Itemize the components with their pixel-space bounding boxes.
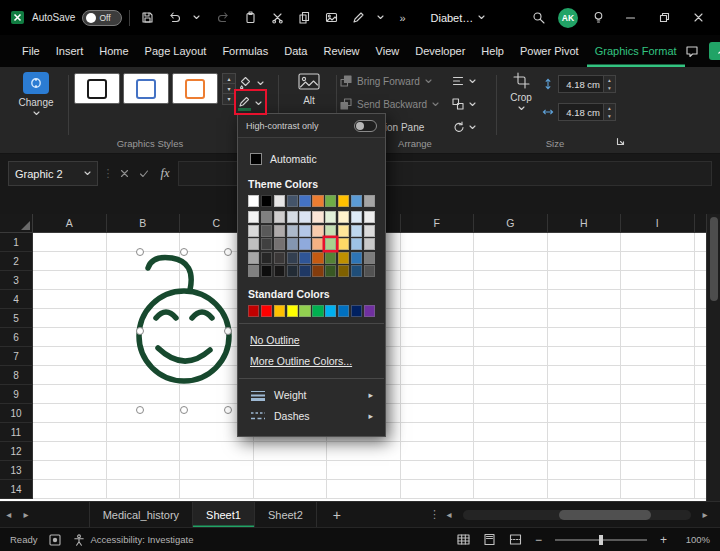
alt-text-button[interactable]: Alt <box>288 72 330 106</box>
normal-view-icon[interactable] <box>457 533 470 546</box>
cell[interactable] <box>548 385 622 404</box>
cancel-button[interactable] <box>116 161 132 186</box>
sheet-tab-medical_history[interactable]: Medical_history <box>89 502 193 528</box>
insert-function-button[interactable]: fx <box>156 161 174 186</box>
height-down-icon[interactable]: ▾ <box>604 84 615 92</box>
cell[interactable] <box>548 328 622 347</box>
cell[interactable] <box>548 309 622 328</box>
column-header-b[interactable]: B <box>107 214 181 233</box>
row-header-10[interactable]: 10 <box>0 404 33 423</box>
shape-width-field[interactable]: ▴▾ <box>558 103 616 121</box>
cell[interactable] <box>254 442 328 461</box>
zoom-out-icon[interactable]: − <box>535 533 542 547</box>
picture-icon[interactable] <box>321 5 341 31</box>
page-layout-view-icon[interactable] <box>483 533 496 546</box>
smiley-graphic[interactable] <box>139 257 229 381</box>
avatar[interactable]: AK <box>558 8 578 28</box>
cell[interactable] <box>548 271 622 290</box>
close-button[interactable] <box>686 5 710 31</box>
vertical-scrollbar[interactable] <box>706 214 720 501</box>
color-swatch[interactable] <box>312 211 323 223</box>
color-swatch[interactable] <box>312 265 323 277</box>
cell[interactable] <box>695 366 707 385</box>
color-swatch[interactable] <box>338 211 349 223</box>
column-header-i[interactable]: I <box>621 214 695 233</box>
cell[interactable] <box>401 290 475 309</box>
align-button[interactable] <box>452 75 476 87</box>
sheet-tab-sheet2[interactable]: Sheet2 <box>255 502 317 528</box>
color-swatch[interactable] <box>325 211 336 223</box>
horizontal-scrollbar[interactable] <box>463 510 691 520</box>
color-swatch[interactable] <box>261 305 272 317</box>
selection-handle[interactable] <box>181 249 188 256</box>
cell[interactable] <box>474 404 548 423</box>
group-objects-button[interactable] <box>452 98 476 110</box>
cell[interactable] <box>33 252 107 271</box>
menu-item-weight[interactable]: Weight ▸ <box>238 385 385 406</box>
sheet-options-icon[interactable]: ⋮ <box>429 508 440 521</box>
cell[interactable] <box>401 442 475 461</box>
draw-pen-icon[interactable] <box>348 5 368 31</box>
color-swatch[interactable] <box>312 195 323 207</box>
cell[interactable] <box>548 233 622 252</box>
cell[interactable] <box>33 309 107 328</box>
ribbon-tab-help[interactable]: Help <box>473 35 512 67</box>
bring-forward-button[interactable]: Bring Forward <box>340 75 432 87</box>
cell[interactable] <box>401 461 475 480</box>
cell[interactable] <box>621 461 695 480</box>
rotate-button[interactable] <box>452 121 476 133</box>
row-header-7[interactable]: 7 <box>0 347 33 366</box>
share-button[interactable] <box>709 42 720 60</box>
cell[interactable] <box>548 366 622 385</box>
selection-handle[interactable] <box>181 407 188 414</box>
high-contrast-toggle[interactable] <box>354 120 377 132</box>
width-up-icon[interactable]: ▴ <box>604 104 615 112</box>
cell[interactable] <box>474 461 548 480</box>
gallery-more-icon[interactable]: ▾ <box>222 94 236 105</box>
vertical-scrollbar-thumb[interactable] <box>710 217 718 301</box>
menu-item-dashes[interactable]: Dashes ▸ <box>238 406 385 427</box>
color-swatch[interactable] <box>248 195 259 207</box>
color-swatch[interactable] <box>287 252 298 264</box>
undo-button[interactable] <box>164 5 184 31</box>
color-swatch[interactable] <box>248 225 259 237</box>
cell[interactable] <box>180 480 254 499</box>
color-swatch[interactable] <box>312 305 323 317</box>
color-swatch[interactable] <box>312 225 323 237</box>
color-swatch[interactable] <box>248 305 259 317</box>
selection-handle[interactable] <box>137 249 144 256</box>
color-swatch[interactable] <box>364 252 375 264</box>
cell[interactable] <box>401 366 475 385</box>
cell[interactable] <box>695 423 707 442</box>
cell[interactable] <box>107 423 181 442</box>
cell[interactable] <box>33 366 107 385</box>
cell[interactable] <box>33 271 107 290</box>
color-swatch[interactable] <box>364 265 375 277</box>
cell[interactable] <box>621 404 695 423</box>
ribbon-tab-data[interactable]: Data <box>276 35 315 67</box>
cell[interactable] <box>254 461 328 480</box>
minimize-button[interactable] <box>618 5 642 31</box>
cell[interactable] <box>401 480 475 499</box>
height-up-icon[interactable]: ▴ <box>604 76 615 84</box>
cell[interactable] <box>695 233 707 252</box>
cell[interactable] <box>33 423 107 442</box>
shape-height-field[interactable]: ▴▾ <box>558 75 616 93</box>
cell[interactable] <box>548 290 622 309</box>
style-thumbnail-1[interactable] <box>74 73 120 104</box>
selection-handle[interactable] <box>137 328 144 335</box>
color-swatch-selected[interactable] <box>325 238 336 250</box>
menu-item-more-outline-colors[interactable]: More Outline Colors... <box>238 351 385 372</box>
cell[interactable] <box>401 347 475 366</box>
cell[interactable] <box>548 404 622 423</box>
row-header-2[interactable]: 2 <box>0 252 33 271</box>
cell[interactable] <box>33 480 107 499</box>
color-swatch[interactable] <box>261 211 272 223</box>
column-header-f[interactable]: F <box>401 214 475 233</box>
color-swatch[interactable] <box>274 265 285 277</box>
gallery-down-icon[interactable]: ▾ <box>222 84 236 95</box>
redo-button[interactable] <box>213 5 233 31</box>
cell[interactable] <box>33 328 107 347</box>
name-box[interactable]: Graphic 2 <box>8 161 98 186</box>
autosave-toggle[interactable]: Off <box>82 10 122 26</box>
